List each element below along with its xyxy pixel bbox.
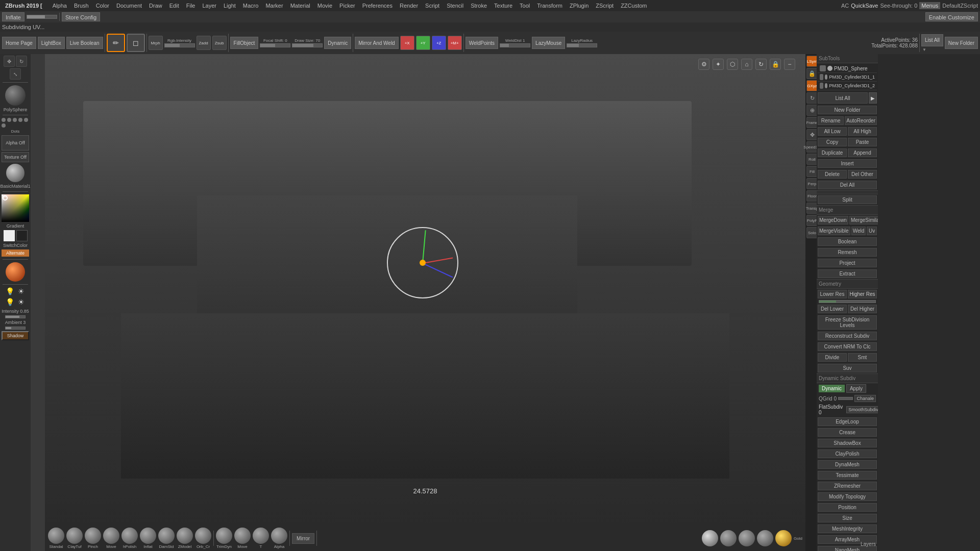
edge-loop-btn[interactable]: EdgeLoop bbox=[818, 417, 877, 426]
lower-res-btn[interactable]: Lower Res bbox=[818, 290, 847, 298]
menu-texture[interactable]: Texture bbox=[491, 2, 516, 10]
lock-icon[interactable]: 🔒 bbox=[770, 59, 781, 70]
solo-icon[interactable]: Solo bbox=[806, 227, 818, 238]
dot-2[interactable] bbox=[7, 118, 11, 122]
inflate-slider[interactable] bbox=[27, 15, 57, 19]
polysphere-preview[interactable] bbox=[5, 85, 26, 106]
polyf-icon[interactable]: PolyF bbox=[806, 215, 818, 226]
gizmo-scale-icon[interactable]: ⤡ bbox=[10, 68, 21, 80]
quicksave-btn[interactable]: QuickSave bbox=[851, 3, 878, 9]
move-icon-2[interactable]: ✥ bbox=[806, 129, 818, 140]
position-btn[interactable]: Position bbox=[818, 503, 877, 512]
rename-btn[interactable]: Rename bbox=[818, 116, 844, 125]
fill-icon[interactable]: Fill bbox=[806, 166, 818, 177]
menu-material[interactable]: Material bbox=[287, 2, 313, 10]
material-preview[interactable] bbox=[6, 164, 24, 182]
store-config-button[interactable]: Store Config bbox=[62, 12, 100, 21]
del-other-btn[interactable]: Del Other bbox=[848, 170, 877, 179]
menu-picker[interactable]: Picker bbox=[336, 2, 358, 10]
eye-icon-cyl2[interactable] bbox=[820, 83, 823, 89]
auto-reorder-btn[interactable]: AutoReorder bbox=[845, 116, 877, 125]
chanale-btn[interactable]: Chanale bbox=[854, 395, 876, 402]
transp-icon[interactable]: Transp bbox=[806, 203, 818, 214]
weld-btn[interactable]: Weld bbox=[851, 227, 866, 235]
insert-btn[interactable]: Insert bbox=[818, 159, 877, 168]
dyna-mesh-btn[interactable]: DynaMesh bbox=[818, 460, 877, 469]
dot-3[interactable] bbox=[13, 118, 17, 122]
eye-icon-cyl1[interactable] bbox=[820, 74, 823, 80]
paste-btn[interactable]: Paste bbox=[848, 138, 877, 146]
list-all-btn[interactable]: List All bbox=[818, 92, 868, 104]
all-low-btn[interactable]: All Low bbox=[818, 127, 847, 136]
all-high-btn[interactable]: All High bbox=[848, 127, 877, 136]
lightbox-button[interactable]: LightBox bbox=[38, 37, 65, 49]
brush-move[interactable]: Move bbox=[103, 528, 119, 549]
arrow-btn[interactable]: ▶ bbox=[869, 92, 877, 104]
transform-gizmo[interactable] bbox=[387, 227, 458, 298]
suv-btn[interactable]: Suv bbox=[818, 364, 877, 372]
enable-customize-button[interactable]: Enable Customize bbox=[925, 12, 978, 21]
brush-alpha[interactable]: Alpha bbox=[271, 528, 287, 549]
gold-sphere[interactable] bbox=[775, 530, 792, 546]
menu-alpha[interactable]: Alpha bbox=[50, 2, 70, 10]
layer-cyl1[interactable]: PM3D_Cylinder3D1_1 bbox=[818, 73, 877, 82]
brush-t[interactable]: T bbox=[253, 528, 269, 549]
menus-btn[interactable]: Menus bbox=[919, 2, 940, 9]
menu-document[interactable]: Document bbox=[113, 2, 145, 10]
draw-tool-icon[interactable]: ◻ bbox=[127, 34, 145, 52]
menu-layer[interactable]: Layer bbox=[199, 2, 219, 10]
lock-icon-2[interactable]: 🔒 bbox=[806, 68, 818, 79]
higher-res-btn[interactable]: Higher Res bbox=[848, 290, 877, 298]
live-boolean-button[interactable]: Live Boolean bbox=[66, 37, 103, 49]
boolean-btn[interactable]: Boolean bbox=[818, 237, 877, 246]
alternate-button[interactable]: Alternate bbox=[2, 249, 29, 257]
alpha-off-button[interactable]: Alpha Off bbox=[2, 135, 29, 151]
size-btn[interactable]: Size bbox=[818, 514, 877, 522]
intensity-slider[interactable] bbox=[5, 315, 26, 318]
focal-shift-slider[interactable] bbox=[260, 43, 290, 47]
menu-file[interactable]: File bbox=[183, 2, 199, 10]
menu-stencil[interactable]: Stencil bbox=[444, 2, 467, 10]
menu-transform[interactable]: Transform bbox=[534, 2, 566, 10]
minus-icon[interactable]: − bbox=[784, 59, 795, 70]
menu-marker[interactable]: Marker bbox=[262, 2, 286, 10]
light-preview[interactable] bbox=[6, 262, 25, 282]
speed3d-icon[interactable]: Speed3D bbox=[806, 141, 818, 153]
star-icon[interactable]: ✦ bbox=[713, 59, 724, 70]
smt-btn[interactable]: Smt bbox=[848, 353, 877, 362]
brush-move2[interactable]: Move bbox=[234, 528, 251, 549]
gizmo-move-icon[interactable]: ✥ bbox=[4, 56, 15, 67]
dot-4[interactable] bbox=[18, 118, 22, 122]
freeze-subdiv-btn[interactable]: Freeze SubDivision Levels bbox=[818, 315, 877, 330]
dot-6[interactable] bbox=[2, 123, 6, 128]
black-swatch[interactable] bbox=[16, 230, 28, 241]
brush-inflat[interactable]: Inflat bbox=[140, 528, 156, 549]
brush-standal[interactable]: Standal bbox=[48, 528, 64, 549]
new-folder-button[interactable]: New Folder bbox=[945, 37, 978, 49]
texture-off-button[interactable]: Texture Off bbox=[2, 152, 29, 162]
del-lower-btn[interactable]: Del Lower bbox=[818, 305, 847, 313]
location-icon[interactable]: ⬡ bbox=[727, 59, 738, 70]
canvas-area[interactable]: ⚙ ✦ ⬡ ⌂ ↻ 🔒 − 24.5728 bbox=[45, 54, 805, 525]
light-bulb-1[interactable]: 💡 bbox=[5, 287, 14, 296]
smooth-subdiv-btn[interactable]: SmoothSubdiv bbox=[846, 406, 878, 413]
menu-zplugin[interactable]: ZPlugin bbox=[567, 2, 592, 10]
mesh-integrity-btn[interactable]: MeshIntegrity bbox=[818, 524, 877, 533]
nav-sphere-2[interactable] bbox=[720, 530, 737, 546]
merge-similar-btn[interactable]: MergeSimilar bbox=[849, 216, 878, 224]
xyz-icon[interactable]: GXyz bbox=[806, 80, 818, 91]
perp-icon[interactable]: Perp bbox=[806, 178, 818, 189]
apply-btn[interactable]: Apply bbox=[846, 384, 866, 393]
x-btn[interactable]: +X bbox=[400, 36, 414, 50]
brush-damstd[interactable]: DamStd bbox=[158, 528, 175, 549]
dynamic-btn[interactable]: Dynamic bbox=[819, 385, 845, 392]
mirror-weld-button[interactable]: Mirror And Weld bbox=[355, 37, 399, 49]
zadd-btn[interactable]: Zadd bbox=[197, 36, 211, 50]
menu-draw[interactable]: Draw bbox=[146, 2, 165, 10]
del-higher-btn[interactable]: Del Higher bbox=[848, 305, 877, 313]
home-page-button[interactable]: Home Page bbox=[2, 37, 36, 49]
brush-claytuf[interactable]: ClayTuf bbox=[66, 528, 83, 549]
shadow-box-btn[interactable]: ShadowBox bbox=[818, 439, 877, 447]
frame-icon[interactable]: Frame bbox=[806, 117, 818, 128]
duplicate-btn[interactable]: Duplicate bbox=[818, 148, 847, 157]
